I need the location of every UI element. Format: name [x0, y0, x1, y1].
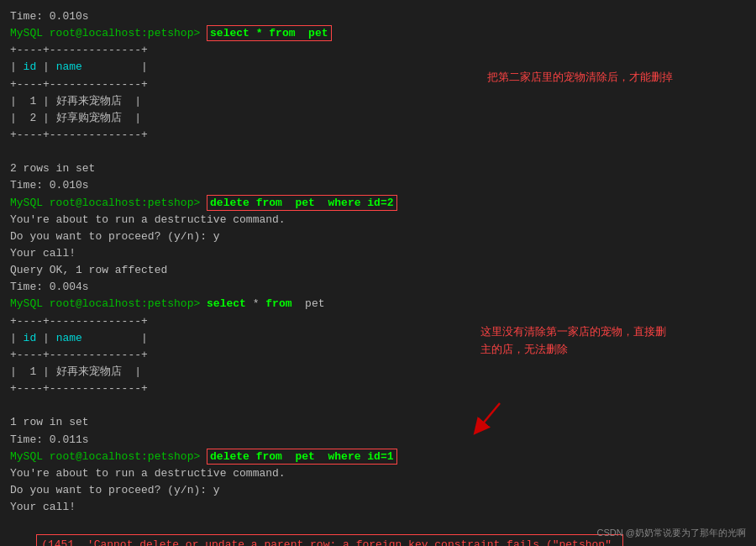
line-select1: MySQL root@localhost:petshop> select * f…	[10, 25, 746, 42]
line-destructive1: You're about to run a destructive comman…	[10, 212, 746, 228]
table-sep3: +----+--------------+	[10, 127, 746, 144]
line-yourcall2: Your call!	[10, 499, 746, 516]
line-empty1	[10, 144, 746, 160]
table-row2: | 2 | 好享购宠物店 |	[10, 110, 746, 127]
table2-row1: | 1 | 好再来宠物店 |	[10, 364, 746, 381]
line-2rows: 2 rows in set	[10, 160, 746, 177]
error-box: (1451, 'Cannot delete or update a parent…	[36, 534, 623, 546]
prompt-host2: MySQL root@localhost:petshop>	[10, 197, 200, 209]
cmd-delete1: delete from pet where id=2	[207, 195, 396, 211]
line-proceed2: Do you want to proceed? (y/n): y	[10, 482, 746, 499]
cmd-delete2: delete from pet where id=1	[207, 449, 396, 465]
line-select2: MySQL root@localhost:petshop> select * f…	[10, 296, 746, 312]
prompt-host3: MySQL root@localhost:petshop>	[10, 297, 200, 310]
watermark: CSDN @奶奶常说要为了那年的光啊	[597, 527, 746, 539]
terminal: Time: 0.010s MySQL root@localhost:petsho…	[0, 0, 756, 546]
line-time2: Time: 0.010s	[10, 177, 746, 194]
line-delete2: MySQL root@localhost:petshop> delete fro…	[10, 449, 746, 465]
line-empty2	[10, 397, 746, 414]
table2-sep3: +----+--------------+	[10, 381, 746, 397]
line-delete1: MySQL root@localhost:petshop> delete fro…	[10, 195, 746, 212]
line-time4: Time: 0.011s	[10, 432, 746, 449]
line-time3: Time: 0.004s	[10, 279, 746, 296]
annotation2: 这里没有清除第一家店的宠物，直接删主的店，无法删除	[480, 323, 666, 359]
line-yourcall1: Your call!	[10, 245, 746, 262]
prompt-host4: MySQL root@localhost:petshop>	[10, 450, 200, 463]
table-row1: | 1 | 好再来宠物店 |	[10, 93, 746, 110]
line-proceed1: Do you want to proceed? (y/n): y	[10, 228, 746, 245]
line-destructive2: You're about to run a destructive comman…	[10, 465, 746, 482]
line-queryok1: Query OK, 1 row affected	[10, 262, 746, 279]
line-time1: Time: 0.010s	[10, 8, 746, 25]
prompt-host: MySQL root@localhost:petshop>	[10, 27, 200, 39]
cmd-select1: select * from pet	[207, 25, 331, 41]
line-1row: 1 row in set	[10, 414, 746, 431]
annotation1: 把第二家店里的宠物清除后，才能删掉	[487, 69, 673, 86]
prompt-space	[200, 27, 207, 39]
table-sep1: +----+--------------+	[10, 42, 746, 59]
